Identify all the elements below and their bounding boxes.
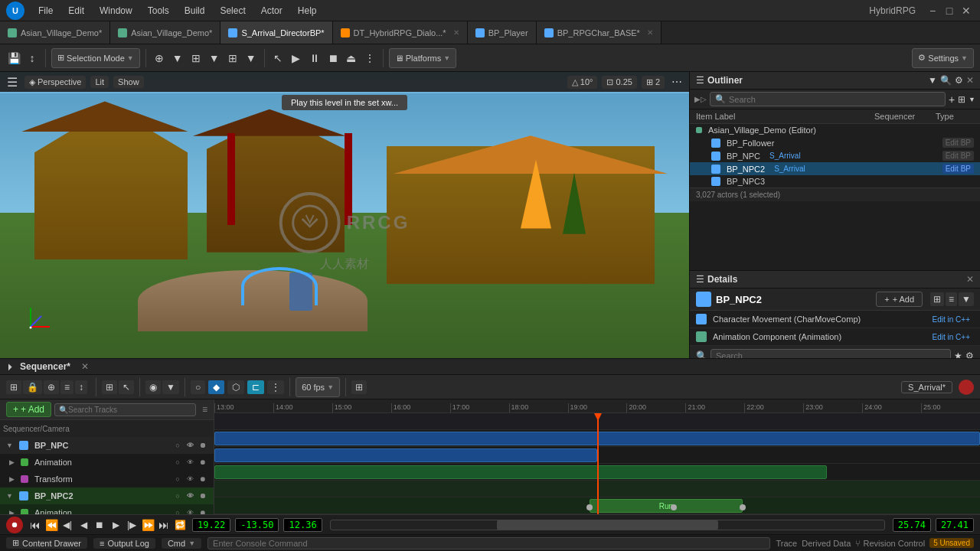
reverse-play-icon[interactable]: ◀ (76, 517, 91, 533)
edit-cpp-button[interactable]: Edit in C++ (929, 332, 974, 342)
save-icon[interactable]: 💾 (6, 51, 21, 66)
seq-more-icon[interactable]: ⋮ (267, 380, 284, 394)
track-lock-icon[interactable]: ○ (172, 457, 183, 468)
details-settings-icon[interactable]: ▼ (959, 292, 974, 306)
seq-button-4[interactable]: ≡ (60, 380, 74, 394)
scrollbar-thumb[interactable] (497, 520, 718, 530)
outliner-add-icon[interactable]: + (949, 93, 955, 106)
show-button[interactable]: Show (113, 76, 144, 88)
track-lock-icon[interactable]: ○ (172, 491, 183, 501)
seq-key-diamond[interactable]: ◆ (208, 380, 224, 394)
record-button[interactable] (959, 380, 974, 395)
play-button[interactable]: ▶ (289, 51, 304, 66)
outliner-expand-icon[interactable]: ▶▷ (694, 95, 707, 103)
platforms-button[interactable]: 🖥 Platforms ▼ (389, 48, 456, 68)
transform-icon[interactable]: ⊞ (188, 51, 204, 66)
record-button-bottom[interactable]: ⏺ (6, 517, 23, 533)
track-rec-icon[interactable]: ⏺ (197, 491, 207, 501)
timeline-scrollbar[interactable] (330, 520, 885, 530)
transform-dropdown-icon[interactable]: ▼ (207, 51, 222, 66)
track-group-bp-npc[interactable]: ▼ BP_NPC ○ 👁 ⏺ (0, 437, 214, 454)
seq-button-2[interactable]: 🔒 (23, 380, 42, 394)
track-eye-icon[interactable]: 👁 (185, 457, 195, 468)
track-rec-icon[interactable]: ⏺ (197, 440, 207, 451)
fov-button[interactable]: △ 10° (567, 76, 598, 89)
to-start-icon[interactable]: ⏮ (28, 517, 43, 533)
pause-button[interactable]: ⏸ (307, 51, 322, 66)
outliner-layout-icon[interactable]: ⊞ (958, 94, 965, 105)
eject-button[interactable]: ⏏ (344, 51, 359, 66)
npc-animation-sub-clip[interactable] (214, 448, 597, 462)
outliner-chevron-icon[interactable]: ▼ (969, 96, 975, 103)
outliner-close-icon[interactable]: ✕ (966, 75, 974, 86)
select-tool-icon[interactable]: ↖ (270, 51, 286, 66)
track-rec-icon[interactable]: ⏺ (197, 457, 207, 468)
tab-close-icon[interactable]: ✕ (453, 28, 459, 37)
seq-render-icon[interactable]: ⊞ (351, 380, 367, 394)
source-control-icon[interactable]: ↕ (24, 51, 40, 66)
outliner-search-box[interactable]: 🔍 (710, 92, 946, 106)
tab-close-icon[interactable]: ✕ (647, 28, 653, 37)
menu-edit[interactable]: Edit (62, 4, 90, 18)
track-lock-icon[interactable]: ○ (172, 507, 183, 514)
seq-key-frame[interactable]: ⬡ (227, 380, 244, 394)
add-component-button[interactable]: + + Add (876, 292, 923, 307)
seq-filter-2[interactable]: ▼ (162, 380, 179, 394)
selection-mode-button[interactable]: ⊞ Selection Mode ▼ (51, 48, 140, 68)
to-end-icon[interactable]: ⏭ (156, 517, 172, 533)
menu-help[interactable]: Help (292, 4, 323, 18)
details-filter-icon[interactable]: ★ (954, 350, 962, 358)
track-transform-1[interactable]: ▶ Transform ○ 👁 ⏺ (0, 471, 214, 487)
track-search-box[interactable]: 🔍 (54, 403, 196, 416)
edit-bp-button[interactable]: Edit BP (942, 138, 974, 148)
seq-button-5[interactable]: ↕ (75, 380, 87, 394)
snap-dropdown-icon[interactable]: ▼ (170, 51, 185, 66)
output-log-button[interactable]: ≡ Output Log (93, 538, 155, 549)
menu-select[interactable]: Select (214, 4, 251, 18)
stop-icon-bottom[interactable]: ⏹ (92, 517, 107, 533)
track-lock-icon[interactable]: ○ (172, 474, 183, 484)
edit-bp-button-selected[interactable]: Edit BP (942, 164, 974, 174)
settings-button[interactable]: ⚙ Settings ▼ (912, 48, 974, 68)
grid-view-icon[interactable]: ⊞ (930, 292, 944, 306)
details-settings-icon2[interactable]: ⚙ (965, 350, 974, 358)
seq-filter-1[interactable]: ◉ (145, 380, 161, 394)
seq-tool-2[interactable]: ↖ (119, 380, 134, 394)
outliner-item-2[interactable]: BP_NPC S_Arrival Edit BP (690, 149, 980, 162)
next-key-icon[interactable]: |▶ (124, 517, 139, 533)
edit-bp-button[interactable]: Edit BP (942, 151, 974, 161)
tab-bp-player[interactable]: BP_Player (468, 21, 537, 44)
content-drawer-button[interactable]: ⊞ Content Drawer (6, 537, 87, 549)
tracks-filter-icon[interactable]: ≡ (202, 404, 207, 415)
seq-key-snap[interactable]: ⊏ (247, 380, 264, 394)
viewport[interactable]: ☰ ◈ Perspective Lit Show Play this level… (0, 72, 689, 358)
minimize-button[interactable]: − (925, 4, 940, 18)
track-eye-icon[interactable]: 👁 (185, 507, 195, 514)
track-animation-2[interactable]: ▶ Animation ○ 👁 ⏺ (0, 504, 214, 514)
outliner-item-3[interactable]: BP_NPC2 S_Arrival Edit BP (690, 162, 980, 175)
track-rec-icon[interactable]: ⏺ (197, 507, 207, 514)
seq-button-3[interactable]: ⊕ (44, 380, 59, 394)
viewport-menu-icon[interactable]: ☰ (5, 74, 20, 90)
outliner-settings-icon[interactable]: ⚙ (955, 75, 963, 86)
viewport-settings-icon[interactable]: ⋯ (669, 74, 684, 90)
tab-dt-hybrid[interactable]: DT_HybridRPG_Dialo...* ✕ (333, 21, 468, 44)
tab-asian-village-1[interactable]: Asian_Village_Demo* (0, 21, 110, 44)
track-eye-icon[interactable]: 👁 (185, 440, 195, 451)
menu-file[interactable]: File (32, 4, 59, 18)
perspective-button[interactable]: ◈ Perspective (24, 76, 86, 89)
menu-build[interactable]: Build (178, 4, 211, 18)
run-clip[interactable]: Run (590, 499, 743, 513)
grid-dropdown-icon[interactable]: ▼ (243, 51, 259, 66)
playhead[interactable] (597, 413, 599, 514)
add-track-button[interactable]: + + Add (6, 402, 51, 417)
stop-button[interactable]: ⏹ (325, 51, 341, 66)
outliner-search-icon[interactable]: 🔍 (940, 75, 952, 86)
track-eye-icon[interactable]: 👁 (185, 491, 195, 501)
play-icon-bottom[interactable]: ▶ (108, 517, 123, 533)
camera-track-row[interactable]: Sequencer/Camera (0, 420, 214, 437)
outliner-search-input[interactable] (729, 95, 940, 104)
fps-button[interactable]: 60 fps ▼ (296, 377, 340, 397)
maximize-button[interactable]: □ (942, 4, 957, 18)
track-animation-1[interactable]: ▶ Animation ○ 👁 ⏺ (0, 454, 214, 471)
